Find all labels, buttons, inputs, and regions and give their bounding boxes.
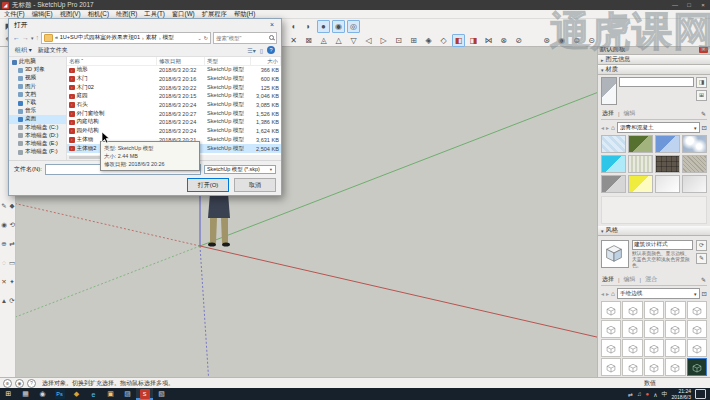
back-button[interactable]: ←: [13, 34, 20, 41]
tool-palette-icon[interactable]: ✎: [0, 196, 8, 215]
toolbar-icon[interactable]: ◈: [422, 34, 435, 47]
forward-arrow-icon[interactable]: ▸: [606, 124, 609, 131]
address-dropdown-icon[interactable]: ⌄: [198, 35, 202, 41]
notification-center-icon[interactable]: [695, 389, 706, 399]
column-size[interactable]: 大小: [251, 57, 281, 65]
tool-palette-icon[interactable]: ◆: [8, 196, 16, 215]
file-row[interactable]: ◦园外结构2018/6/3 20:24SketchUp 模型1,624 KB: [67, 127, 281, 136]
measurements-input[interactable]: [659, 380, 697, 387]
details-icon[interactable]: ⊡: [702, 290, 707, 298]
tray-app-icon[interactable]: ●: [646, 391, 650, 397]
style-thumbnail[interactable]: [644, 320, 664, 338]
file-row[interactable]: ◦外门窗绘制2018/6/3 20:27SketchUp 模型1,526 KB: [67, 109, 281, 118]
toolbar-icon[interactable]: ⊛: [540, 34, 553, 47]
sidebar-item-0[interactable]: 此电脑: [9, 58, 66, 66]
photoshop-icon[interactable]: Ps: [51, 388, 68, 400]
style-thumbnail[interactable]: [687, 358, 707, 376]
organize-menu[interactable]: 组织 ▾: [15, 46, 32, 55]
sidebar-item-6[interactable]: 音乐: [9, 107, 66, 115]
file-row[interactable]: ◦庭园2018/6/3 20:15SketchUp 模型3,046 KB: [67, 92, 281, 101]
tab-选择[interactable]: 选择: [602, 275, 614, 284]
style-thumbnail[interactable]: [622, 320, 642, 338]
app-swirl-icon[interactable]: ◉: [34, 388, 51, 400]
view-mode-icon[interactable]: ☰▾: [247, 47, 255, 54]
style-thumbnail[interactable]: [601, 358, 621, 376]
details-icon[interactable]: ⊡: [702, 124, 707, 132]
styles-section[interactable]: ▾ 风格: [598, 226, 710, 236]
style-thumbnail[interactable]: [665, 320, 685, 338]
home-icon[interactable]: ⌂: [611, 124, 615, 131]
style-thumbnail[interactable]: [601, 339, 621, 357]
toolbar-icon[interactable]: ◗: [302, 20, 315, 33]
app-grid-icon[interactable]: ▦: [17, 388, 34, 400]
tab-选择[interactable]: 选择: [602, 109, 614, 118]
breadcrumb[interactable]: « 1U+SU中式园林室外效果表现01 ›素材›模型 ⌄↻: [41, 32, 211, 44]
new-folder-button[interactable]: 新建文件夹: [38, 46, 68, 55]
toolbar-icon[interactable]: ▽: [347, 34, 360, 47]
credits-icon[interactable]: ◉: [15, 379, 24, 388]
style-thumbnail[interactable]: [644, 301, 664, 319]
display-pane-icon[interactable]: ◨: [696, 77, 707, 88]
tool-palette-icon[interactable]: ▭: [8, 253, 16, 272]
sidebar-item-1[interactable]: 3D 对象: [9, 66, 66, 74]
toolbar-icon[interactable]: ✕: [287, 34, 300, 47]
style-thumbnail[interactable]: [644, 339, 664, 357]
cancel-button[interactable]: 取消: [234, 178, 276, 192]
style-thumbnail[interactable]: [665, 358, 685, 376]
forward-arrow-icon[interactable]: ▸: [606, 290, 609, 297]
file-row[interactable]: ◦木门2018/6/3 20:16SketchUp 模型600 KB: [67, 75, 281, 84]
create-material-icon[interactable]: ⊞: [696, 90, 707, 101]
sidebar-item-7[interactable]: 桌面: [9, 115, 66, 123]
toolbar-icon[interactable]: ◬: [317, 34, 330, 47]
tray-network-icon[interactable]: ⇄: [628, 391, 633, 398]
toolbar-icon[interactable]: ⋈: [482, 34, 495, 47]
toolbar-icon[interactable]: ⊡: [392, 34, 405, 47]
toolbar-icon[interactable]: ◇: [437, 34, 450, 47]
breadcrumb-part[interactable]: 素材: [146, 34, 157, 42]
material-swatch-water-blue[interactable]: [655, 135, 680, 153]
tool-palette-icon[interactable]: ⊕: [0, 234, 8, 253]
tool-palette-icon[interactable]: ⟲: [8, 215, 16, 234]
toolbar-icon[interactable]: △: [332, 34, 345, 47]
material-swatch-sky-clouds[interactable]: [682, 135, 707, 153]
toolbar-icon[interactable]: ◉: [332, 20, 345, 33]
open-button[interactable]: 打开(O): [187, 178, 229, 192]
toolbar-icon[interactable]: ◁: [362, 34, 375, 47]
breadcrumb-part[interactable]: 模型: [163, 34, 174, 42]
photos-app-icon[interactable]: ▨: [119, 388, 136, 400]
tool-palette-icon[interactable]: ▲: [0, 291, 8, 310]
tray-sound-icon[interactable]: ♫: [637, 391, 642, 397]
update-style-icon[interactable]: ⟳: [696, 240, 707, 251]
style-thumbnail[interactable]: [687, 320, 707, 338]
back-arrow-icon[interactable]: ◂: [601, 124, 604, 131]
style-thumbnail[interactable]: [687, 339, 707, 357]
tool-palette-icon[interactable]: ◉: [0, 215, 8, 234]
sidebar-item-2[interactable]: 视频: [9, 74, 66, 82]
style-thumbnail[interactable]: [665, 301, 685, 319]
geolocation-icon[interactable]: ⊕: [3, 379, 12, 388]
material-category-dropdown[interactable]: 沥青和混凝土 ▾: [617, 122, 700, 133]
sidebar-item-8[interactable]: 本地磁盘 (C:): [9, 124, 66, 132]
toolbar-icon[interactable]: ⊗: [497, 34, 510, 47]
style-thumbnail[interactable]: [622, 358, 642, 376]
material-swatch-yellow[interactable]: [628, 175, 653, 193]
sidebar-item-4[interactable]: 文档: [9, 91, 66, 99]
material-swatch-grass-green[interactable]: [628, 135, 653, 153]
tool-palette-icon[interactable]: ⇄: [8, 234, 16, 253]
minimize-button[interactable]: —: [668, 0, 682, 10]
taskbar-clock[interactable]: 21:24 2018/6/3: [672, 388, 691, 400]
style-thumbnail[interactable]: [622, 301, 642, 319]
toolbar-icon[interactable]: ◎: [347, 20, 360, 33]
column-type[interactable]: 类型: [205, 57, 251, 65]
sidebar-item-10[interactable]: 本地磁盘 (E:): [9, 140, 66, 148]
sidebar-item-3[interactable]: 图片: [9, 83, 66, 91]
edge-browser-icon[interactable]: e: [85, 388, 102, 400]
tray-chevron-icon[interactable]: ∧: [653, 391, 657, 398]
tool-palette-icon[interactable]: ✦: [8, 272, 16, 291]
up-button[interactable]: ↑: [36, 34, 40, 41]
toolbar-icon[interactable]: ◨: [467, 34, 480, 47]
edit-style-icon[interactable]: ✎: [696, 253, 707, 264]
sidebar-item-5[interactable]: 下载: [9, 99, 66, 107]
maximize-button[interactable]: □: [682, 0, 696, 10]
pictures-app-icon[interactable]: ▧: [153, 388, 170, 400]
